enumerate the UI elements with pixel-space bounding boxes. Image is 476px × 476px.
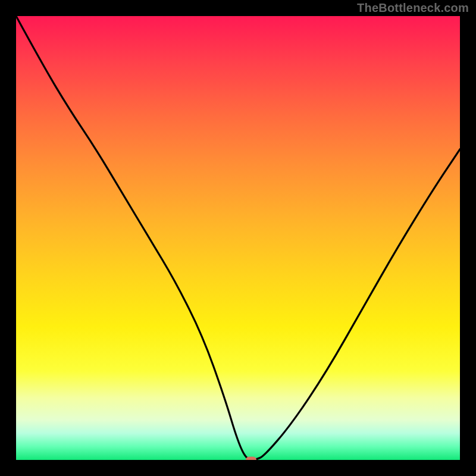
plot-area — [16, 16, 460, 460]
watermark-label: TheBottleneck.com — [357, 1, 469, 15]
chart-curve — [16, 16, 460, 460]
chart-frame: TheBottleneck.com — [0, 0, 476, 476]
min-point-marker — [246, 457, 256, 461]
